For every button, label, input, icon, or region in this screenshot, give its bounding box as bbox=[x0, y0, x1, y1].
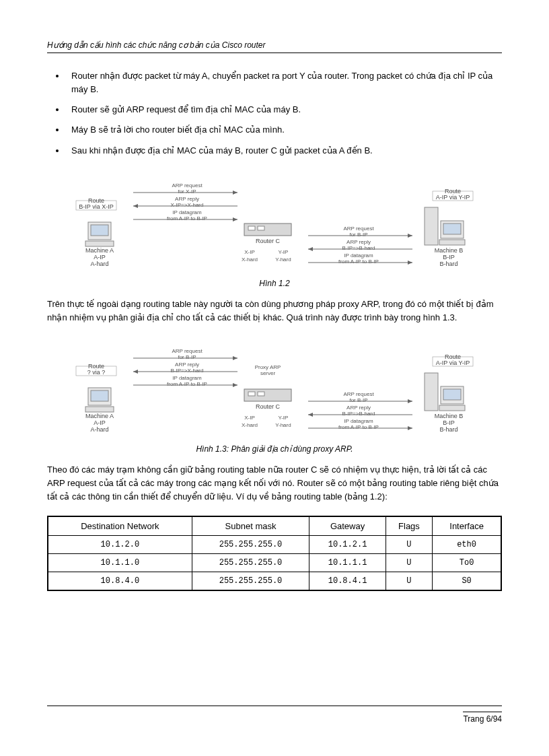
svg-rect-46 bbox=[91, 390, 108, 401]
svg-text:Machine B: Machine B bbox=[435, 413, 464, 419]
svg-rect-18 bbox=[248, 226, 255, 230]
svg-text:B-hard: B-hard bbox=[439, 261, 458, 267]
svg-text:X-IP: X-IP bbox=[244, 249, 255, 255]
paragraph-1: Trên thực tế ngoài dạng routing table nà… bbox=[47, 298, 502, 324]
figure-1-3: Route? via ? Machine A A-IP A-hard ARP r… bbox=[47, 337, 502, 454]
bullet-item: Router sẽ gửi ARP request để tìm địa chỉ… bbox=[66, 103, 502, 116]
svg-text:A-IP: A-IP bbox=[94, 254, 106, 261]
svg-text:B-IP: B-IP bbox=[443, 254, 455, 261]
svg-marker-56 bbox=[133, 370, 138, 374]
diagram-1-3: Route? via ? Machine A A-IP A-hard ARP r… bbox=[69, 337, 480, 438]
figure-1-2: RouteB-IP via X-IP Machine A A-IP A-hard… bbox=[47, 171, 502, 288]
svg-text:Router C: Router C bbox=[256, 403, 281, 410]
svg-text:Route? via ?: Route? via ? bbox=[87, 363, 106, 376]
bullet-item: Router nhận được packet từ máy A, chuyển… bbox=[66, 69, 502, 96]
svg-text:X-hard: X-hard bbox=[242, 422, 258, 428]
svg-marker-53 bbox=[233, 356, 237, 360]
svg-marker-59 bbox=[233, 383, 237, 387]
svg-marker-13 bbox=[133, 204, 138, 208]
svg-rect-47 bbox=[85, 407, 114, 412]
table-row: 10.1.2.0 255.255.255.0 10.1.2.1 U eth0 bbox=[48, 536, 501, 554]
svg-text:Router C: Router C bbox=[256, 238, 281, 244]
svg-marker-74 bbox=[308, 413, 313, 417]
svg-marker-33 bbox=[408, 261, 412, 265]
col-destination: Destination Network bbox=[48, 516, 192, 536]
svg-marker-27 bbox=[408, 234, 412, 238]
svg-rect-36 bbox=[425, 207, 438, 245]
svg-text:Machine B: Machine B bbox=[435, 247, 464, 254]
col-gateway: Gateway bbox=[309, 516, 386, 536]
svg-marker-30 bbox=[308, 247, 313, 251]
col-subnet: Subnet mask bbox=[192, 516, 309, 536]
svg-text:RouteA-IP via Y-IP: RouteA-IP via Y-IP bbox=[436, 353, 470, 366]
svg-marker-10 bbox=[233, 191, 237, 195]
svg-text:Y-IP: Y-IP bbox=[279, 249, 289, 255]
table-row: 10.1.1.0 255.255.255.0 10.1.1.1 U To0 bbox=[48, 554, 501, 572]
bullet-item: Sau khi nhận được địa chỉ MAC của máy B,… bbox=[66, 144, 502, 158]
svg-text:Machine A: Machine A bbox=[85, 413, 114, 419]
svg-text:Proxy ARPserver: Proxy ARPserver bbox=[255, 364, 281, 376]
svg-text:B-hard: B-hard bbox=[439, 426, 458, 433]
svg-text:Y-hard: Y-hard bbox=[275, 256, 291, 263]
bullet-item: Máy B sẽ trả lời cho router biết địa chỉ… bbox=[66, 123, 502, 137]
col-flags: Flags bbox=[386, 516, 432, 536]
svg-rect-83 bbox=[439, 405, 465, 411]
page-number: Trang 6/94 bbox=[463, 712, 502, 724]
svg-text:A-IP: A-IP bbox=[94, 419, 106, 426]
page-header: Hướng dẫn cấu hình các chức năng cơ bản … bbox=[47, 40, 502, 53]
diagram-1-2: RouteB-IP via X-IP Machine A A-IP A-hard… bbox=[69, 171, 480, 272]
svg-text:X-IP: X-IP bbox=[244, 415, 255, 421]
svg-rect-63 bbox=[258, 392, 264, 396]
svg-rect-62 bbox=[248, 392, 255, 396]
svg-rect-4 bbox=[85, 241, 114, 246]
figure-1-2-caption: Hình 1.2 bbox=[47, 279, 502, 288]
svg-text:RouteB-IP via X-IP: RouteB-IP via X-IP bbox=[79, 197, 113, 210]
svg-text:B-IP: B-IP bbox=[443, 419, 455, 426]
svg-marker-71 bbox=[408, 399, 412, 403]
bullet-list: Router nhận được packet từ máy A, chuyển… bbox=[47, 69, 502, 158]
svg-text:Machine A: Machine A bbox=[85, 247, 114, 254]
svg-rect-19 bbox=[258, 226, 264, 230]
svg-marker-77 bbox=[408, 426, 412, 430]
page-footer: Trang 6/94 bbox=[47, 706, 502, 724]
figure-1-3-caption: Hình 1.3: Phân giải địa chỉ dùng proxy A… bbox=[47, 444, 502, 454]
svg-text:RouteA-IP via Y-IP: RouteA-IP via Y-IP bbox=[436, 188, 470, 201]
svg-marker-16 bbox=[233, 217, 237, 221]
routing-table: Destination Network Subnet mask Gateway … bbox=[47, 516, 502, 591]
svg-text:X-hard: X-hard bbox=[242, 256, 258, 263]
svg-text:Y-IP: Y-IP bbox=[279, 415, 289, 421]
svg-rect-39 bbox=[439, 240, 465, 245]
svg-text:A-hard: A-hard bbox=[90, 426, 108, 433]
svg-rect-3 bbox=[91, 225, 108, 236]
col-interface: Interface bbox=[433, 516, 501, 536]
svg-rect-38 bbox=[443, 224, 461, 234]
paragraph-2: Theo đó các máy trạm không cần giữ bảng … bbox=[47, 463, 502, 504]
svg-rect-82 bbox=[443, 389, 461, 400]
table-row: 10.8.4.0 255.255.255.0 10.8.4.1 U S0 bbox=[48, 572, 501, 591]
svg-rect-80 bbox=[425, 373, 438, 411]
svg-text:Y-hard: Y-hard bbox=[275, 422, 291, 428]
svg-text:A-hard: A-hard bbox=[90, 261, 108, 267]
